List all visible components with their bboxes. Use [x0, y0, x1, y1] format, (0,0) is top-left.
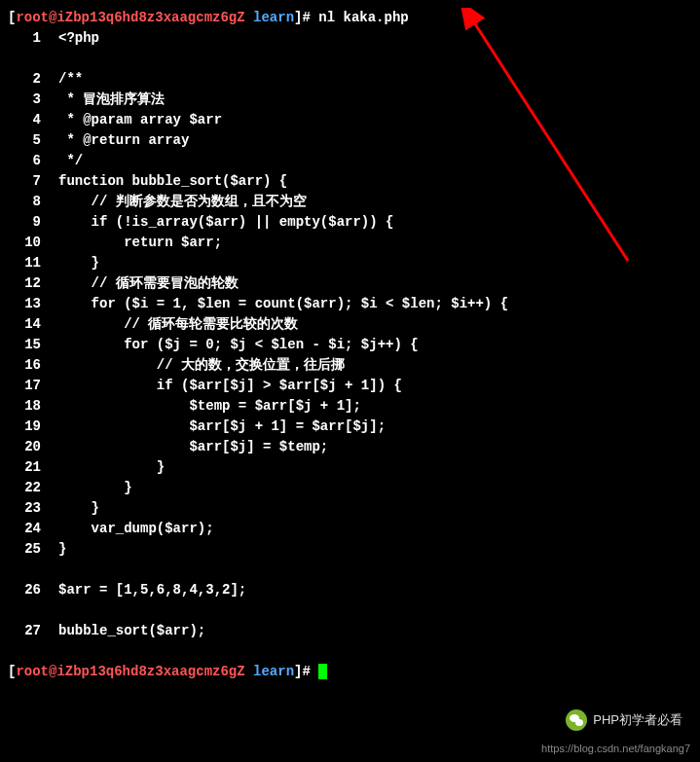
line-number: 11: [8, 253, 58, 273]
code-text: }: [58, 539, 692, 560]
line-number: 19: [8, 417, 58, 437]
code-text: for ($i = 1, $len = count($arr); $i < $l…: [58, 294, 692, 314]
watermark-text: https://blog.csdn.net/fangkang7: [541, 741, 690, 757]
cursor[interactable]: [318, 664, 327, 679]
code-line: 9 if (!is_array($arr) || empty($arr)) {: [8, 212, 692, 233]
code-text: $arr = [1,5,6,8,4,3,2];: [58, 580, 692, 600]
code-text: }: [58, 478, 692, 498]
wechat-icon: [566, 709, 587, 731]
code-text: var_dump($arr);: [58, 519, 692, 539]
code-text: // 大的数，交换位置，往后挪: [58, 355, 692, 376]
line-number: 9: [8, 212, 58, 233]
line-number: 20: [8, 437, 58, 457]
code-text: // 循环每轮需要比较的次数: [58, 314, 692, 335]
code-text: if (!is_array($arr) || empty($arr)) {: [58, 212, 692, 233]
code-line: 1<?php: [8, 28, 692, 49]
code-text: // 循环需要冒泡的轮数: [58, 273, 692, 294]
bracket: ]#: [294, 10, 311, 25]
line-number: 22: [8, 478, 58, 498]
code-line: 7function bubble_sort($arr) {: [8, 171, 692, 192]
line-number: 13: [8, 294, 58, 314]
code-line: 20 $arr[$j] = $temp;: [8, 437, 692, 457]
code-text: * 冒泡排序算法: [58, 90, 692, 110]
line-number: 21: [8, 457, 58, 478]
code-line: 27bubble_sort($arr);: [8, 621, 692, 641]
line-number: 5: [8, 130, 58, 151]
code-line: 2/**: [8, 69, 692, 90]
code-line: [8, 560, 692, 580]
code-text: $arr[$j + 1] = $arr[$j];: [58, 417, 692, 437]
line-number: 26: [8, 580, 58, 600]
prompt-line-2[interactable]: [root@iZbp13q6hd8z3xaagcmz6gZ learn]#: [8, 662, 692, 682]
wechat-label: PHP初学者必看: [593, 710, 682, 730]
code-line: 17 if ($arr[$j] > $arr[$j + 1]) {: [8, 376, 692, 396]
code-output: 1<?php2/**3 * 冒泡排序算法4 * @param array $ar…: [8, 28, 692, 662]
code-text: <?php: [58, 28, 692, 49]
code-text: for ($j = 0; $j < $len - $i; $j++) {: [58, 335, 692, 355]
code-text: }: [58, 457, 692, 478]
prompt-dir: learn: [245, 10, 294, 25]
code-line: 10 return $arr;: [8, 233, 692, 253]
line-number: 17: [8, 376, 58, 396]
code-text: */: [58, 151, 692, 171]
code-line: 21 }: [8, 457, 692, 478]
code-text: bubble_sort($arr);: [58, 621, 692, 641]
code-line: 8 // 判断参数是否为数组，且不为空: [8, 192, 692, 212]
code-line: 18 $temp = $arr[$j + 1];: [8, 396, 692, 417]
code-text: return $arr;: [58, 233, 692, 253]
line-number: 2: [8, 69, 58, 90]
code-line: 5 * @return array: [8, 130, 692, 151]
line-number: 8: [8, 192, 58, 212]
line-number: 27: [8, 621, 58, 641]
code-line: 6 */: [8, 151, 692, 171]
code-line: 14 // 循环每轮需要比较的次数: [8, 314, 692, 335]
code-text: }: [58, 253, 692, 273]
line-number: 6: [8, 151, 58, 171]
code-line: 26$arr = [1,5,6,8,4,3,2];: [8, 580, 692, 600]
line-number: 23: [8, 498, 58, 519]
line-number: 24: [8, 519, 58, 539]
line-number: 10: [8, 233, 58, 253]
code-line: 11 }: [8, 253, 692, 273]
prompt-line-1: [root@iZbp13q6hd8z3xaagcmz6gZ learn]# nl…: [8, 8, 692, 28]
code-text: $arr[$j] = $temp;: [58, 437, 692, 457]
line-number: 4: [8, 110, 58, 130]
wechat-badge: PHP初学者必看: [566, 709, 682, 731]
line-number: 12: [8, 273, 58, 294]
code-text: $temp = $arr[$j + 1];: [58, 396, 692, 417]
code-text: * @param array $arr: [58, 110, 692, 130]
prompt-user: root@iZbp13q6hd8z3xaagcmz6gZ: [16, 10, 244, 25]
code-text: /**: [58, 69, 692, 90]
code-line: 24 var_dump($arr);: [8, 519, 692, 539]
prompt-user: root@iZbp13q6hd8z3xaagcmz6gZ: [16, 664, 244, 679]
code-text: // 判断参数是否为数组，且不为空: [58, 192, 692, 212]
code-text: }: [58, 498, 692, 519]
line-number: 3: [8, 90, 58, 110]
code-line: 25}: [8, 539, 692, 560]
command-text: nl kaka.php: [311, 10, 409, 25]
code-line: [8, 600, 692, 621]
code-line: 23 }: [8, 498, 692, 519]
line-number: 25: [8, 539, 58, 560]
code-line: 3 * 冒泡排序算法: [8, 90, 692, 110]
line-number: 18: [8, 396, 58, 417]
line-number: 15: [8, 335, 58, 355]
code-line: [8, 641, 692, 662]
code-text: function bubble_sort($arr) {: [58, 171, 692, 192]
line-number: 1: [8, 28, 58, 49]
code-line: [8, 49, 692, 69]
code-text: if ($arr[$j] > $arr[$j + 1]) {: [58, 376, 692, 396]
code-line: 4 * @param array $arr: [8, 110, 692, 130]
code-line: 15 for ($j = 0; $j < $len - $i; $j++) {: [8, 335, 692, 355]
bracket: ]#: [294, 664, 318, 679]
code-line: 22 }: [8, 478, 692, 498]
code-line: 19 $arr[$j + 1] = $arr[$j];: [8, 417, 692, 437]
prompt-dir: learn: [245, 664, 294, 679]
line-number: 14: [8, 314, 58, 335]
code-line: 12 // 循环需要冒泡的轮数: [8, 273, 692, 294]
line-number: 7: [8, 171, 58, 192]
code-line: 16 // 大的数，交换位置，往后挪: [8, 355, 692, 376]
code-text: * @return array: [58, 130, 692, 151]
code-line: 13 for ($i = 1, $len = count($arr); $i <…: [8, 294, 692, 314]
line-number: 16: [8, 355, 58, 376]
